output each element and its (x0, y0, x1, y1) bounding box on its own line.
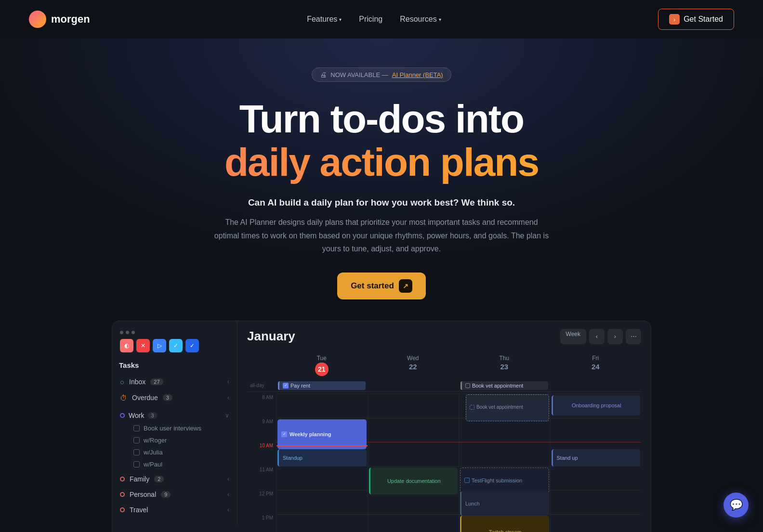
sidebar-subitem-roger[interactable]: w/Roger (112, 434, 237, 446)
cell-wed-8[interactable] (368, 394, 459, 418)
cell-thu-8[interactable]: Book vet appointment (459, 394, 550, 418)
testflight-label: TestFlight submission (472, 478, 522, 483)
sidebar-item-inbox[interactable]: ○ Inbox 27 ‹ (112, 374, 237, 390)
cell-thu-12[interactable]: Lunch (459, 490, 550, 514)
cell-tue-9[interactable]: ✓ Weekly planning (276, 418, 368, 442)
nav-resources[interactable]: Resources ▾ (400, 15, 441, 24)
cell-wed-10[interactable] (368, 442, 459, 466)
cal-header-thu: Thu 23 (459, 351, 550, 380)
check-icon: ✓ (281, 431, 287, 437)
vet-event-label: Book vet appointment (476, 404, 523, 410)
app-icon-check2[interactable]: ✓ (185, 339, 199, 352)
cell-fri-10[interactable]: Stand up (550, 442, 642, 466)
chat-icon: 💬 (730, 499, 743, 511)
cell-fri-11[interactable] (550, 466, 642, 490)
calendar-view-button[interactable]: Week (560, 329, 586, 344)
event-onboarding[interactable]: Onboarding proposal (552, 395, 641, 415)
event-twitch-stream[interactable]: Twitch stream (460, 516, 549, 532)
sidebar-group-work: Work 3 ∨ Book user interviews w/Roger w/… (112, 406, 237, 471)
cell-wed-11[interactable]: Update documentation (368, 466, 459, 490)
nav-features[interactable]: Features ▾ (307, 15, 342, 24)
sidebar-subitem-book-interviews[interactable]: Book user interviews (112, 422, 237, 434)
beta-badge: 🖨 NOW AVAILABLE — AI Planner (BETA) (312, 67, 451, 82)
app-icon-check[interactable]: ✓ (169, 339, 183, 352)
event-testflight[interactable]: TestFlight submission (460, 467, 549, 494)
travel-label: Travel (130, 506, 148, 514)
cell-thu-11[interactable]: TestFlight submission (459, 466, 550, 490)
sidebar-item-travel[interactable]: Travel ‹ (112, 502, 237, 518)
event-update-doc[interactable]: Update documentation (369, 467, 458, 494)
overdue-collapse-icon: ‹ (227, 394, 229, 401)
cell-tue-1[interactable] (276, 514, 368, 532)
personal-collapse-icon: ‹ (227, 491, 229, 498)
work-group-header[interactable]: Work 3 ∨ (112, 409, 237, 422)
window-controls (120, 331, 135, 334)
check-icon (470, 405, 474, 410)
printer-icon: 🖨 (320, 71, 327, 78)
time-12pm: 12 PM (247, 490, 276, 514)
family-collapse-icon: ‹ (227, 476, 229, 482)
calendar: January Week ‹ › ⋯ Tue 21 Wed 22 (237, 321, 651, 532)
sidebar-item-personal[interactable]: Personal 9 ‹ (112, 487, 237, 502)
time-9am: 9 AM (247, 418, 276, 442)
cell-fri-8[interactable]: Onboarding proposal (550, 394, 642, 418)
sidebar-subitem-paul[interactable]: w/Paul (112, 458, 237, 470)
calendar-menu-button[interactable]: ⋯ (626, 329, 641, 344)
work-expand-icon: ∨ (225, 412, 229, 419)
app-icon-blue[interactable]: ▷ (153, 339, 166, 352)
calendar-nav: Week ‹ › ⋯ (560, 329, 641, 344)
cell-tue-8[interactable] (276, 394, 368, 418)
event-pay-rent[interactable]: ✓ Pay rent (278, 381, 366, 390)
cal-header-tue: Tue 21 (276, 351, 368, 380)
app-icon-pink[interactable]: ◐ (120, 339, 133, 352)
calendar-prev-button[interactable]: ‹ (589, 329, 605, 344)
weekly-planning-label: Weekly planning (289, 431, 331, 437)
cell-tue-10[interactable]: Standup (276, 442, 368, 466)
cell-thu-10[interactable] (459, 442, 550, 466)
event-book-vet-cal[interactable]: Book vet appointment (466, 394, 549, 421)
chat-button[interactable]: 💬 (724, 493, 749, 518)
event-weekly-planning[interactable]: ✓ Weekly planning (277, 419, 367, 449)
cell-tue-11[interactable] (276, 466, 368, 490)
time-10am: 10 AM (247, 442, 276, 466)
calendar-next-button[interactable]: › (607, 329, 623, 344)
cell-wed-9[interactable] (368, 418, 459, 442)
update-doc-label: Update documentation (374, 478, 454, 484)
nav-pricing[interactable]: Pricing (359, 15, 382, 24)
check-icon (133, 437, 140, 443)
sidebar-item-overdue[interactable]: ⏱ Overdue 3 ‹ (112, 390, 237, 406)
beta-link[interactable]: AI Planner (BETA) (392, 71, 443, 78)
cell-fri-9[interactable] (550, 418, 642, 442)
sidebar-item-family[interactable]: Family 2 ‹ (112, 471, 237, 487)
standup-label: Standup (283, 455, 303, 461)
event-lunch[interactable]: Lunch (460, 492, 549, 516)
cell-thu-1[interactable]: Twitch stream (459, 514, 550, 532)
cell-thu-9[interactable] (459, 418, 550, 442)
travel-dot-icon (120, 507, 125, 512)
travel-collapse-icon: ‹ (227, 506, 229, 513)
sidebar-subitem-julia[interactable]: w/Julia (112, 446, 237, 458)
nav-get-started-button[interactable]: › Get Started (658, 9, 734, 30)
time-8am: 8 AM (247, 394, 276, 418)
event-book-vet[interactable]: Book vet appointment (460, 381, 548, 390)
calendar-time-grid: 8 AM Book vet appointment (247, 394, 641, 532)
event-standup-fri[interactable]: Stand up (552, 449, 641, 467)
cta-arrow-icon: ↗ (399, 279, 412, 293)
dot-1 (120, 331, 123, 334)
cell-fri-12[interactable] (550, 490, 642, 514)
calendar-day-headers: Tue 21 Wed 22 Thu 23 Fri 24 (247, 351, 641, 380)
event-standup[interactable]: Standup (277, 449, 367, 467)
hero-title-line1: Turn to-dos into (10, 97, 753, 141)
cell-tue-12[interactable] (276, 490, 368, 514)
overdue-label: Overdue (132, 394, 158, 402)
hero-cta-button[interactable]: Get started ↗ (337, 272, 426, 299)
logo[interactable]: morgen (29, 11, 90, 28)
hero-description: The AI Planner designs daily plans that … (213, 216, 550, 255)
time-1pm: 1 PM (247, 514, 276, 532)
cell-wed-1[interactable] (368, 514, 459, 532)
cell-fri-1[interactable] (550, 514, 642, 532)
app-icon-red[interactable]: ✕ (136, 339, 150, 352)
time-row-8am: 8 AM Book vet appointment (247, 394, 641, 418)
calendar-header: January Week ‹ › ⋯ (247, 329, 641, 344)
navbar: morgen Features ▾ Pricing Resources ▾ › … (0, 0, 763, 39)
